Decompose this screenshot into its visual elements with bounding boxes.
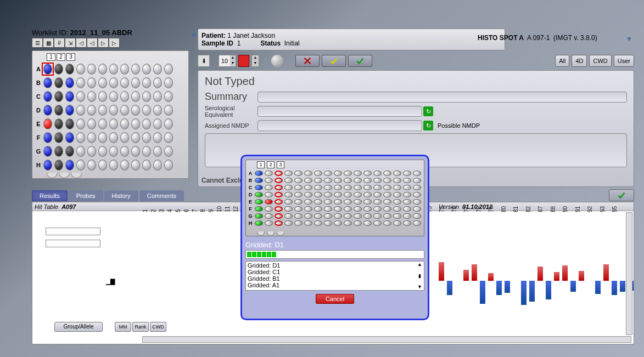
nmdp-field[interactable]	[257, 120, 422, 131]
nav-table-icon[interactable]: ▦	[43, 38, 54, 48]
well-E9[interactable]	[130, 118, 141, 130]
well-C5[interactable]	[86, 90, 97, 103]
well-F5[interactable]	[86, 132, 97, 144]
mini-well-D4[interactable]	[283, 191, 293, 198]
well-B10[interactable]	[141, 77, 152, 89]
mini-well-G13[interactable]	[372, 213, 382, 219]
well-H9[interactable]	[130, 159, 141, 171]
mini-well-F16[interactable]	[402, 206, 412, 212]
mini-well-D5[interactable]	[293, 191, 303, 198]
well-B9[interactable]	[130, 77, 141, 89]
well-A6[interactable]	[97, 63, 108, 75]
well-H5[interactable]	[86, 159, 97, 171]
well-H10[interactable]	[141, 159, 152, 171]
mm-button[interactable]: MM	[115, 322, 131, 332]
well-D10[interactable]	[141, 104, 152, 116]
mini-well-B10[interactable]	[343, 177, 352, 184]
mini-well-B4[interactable]	[283, 177, 293, 184]
mini-well-B9[interactable]	[333, 177, 343, 184]
hscroll[interactable]	[142, 336, 631, 343]
mini-well-A14[interactable]	[382, 170, 392, 177]
mini-well-D14[interactable]	[382, 191, 392, 198]
confirm-button[interactable]	[609, 189, 634, 201]
mini-well-H12[interactable]	[362, 220, 372, 226]
mini-well-C11[interactable]	[352, 184, 362, 191]
mini-well-A15[interactable]	[392, 170, 402, 177]
mini-well-D15[interactable]	[392, 191, 402, 198]
well-A3[interactable]	[64, 63, 75, 75]
well-D5[interactable]	[86, 104, 97, 116]
mini-well-B2[interactable]	[264, 177, 273, 184]
export-icon[interactable]: ⬇	[198, 55, 210, 67]
mini-well-C12[interactable]	[362, 184, 372, 191]
mini-well-B5[interactable]	[293, 177, 303, 184]
mini-well-D11[interactable]	[352, 191, 362, 198]
well-F6[interactable]	[97, 132, 108, 144]
mini-well-F12[interactable]	[362, 206, 372, 212]
mini-well-G17[interactable]	[412, 213, 422, 219]
mini-well-E1[interactable]	[254, 199, 264, 205]
mini-well-D12[interactable]	[362, 191, 372, 198]
well-E10[interactable]	[141, 118, 152, 130]
well-B2[interactable]	[53, 77, 64, 89]
mini-well-E10[interactable]	[343, 199, 352, 205]
mini-well-E14[interactable]	[382, 199, 392, 205]
globe-icon[interactable]	[271, 55, 283, 67]
expand-icon[interactable]: ▼	[626, 35, 632, 43]
well-A7[interactable]	[108, 63, 119, 75]
summary-field[interactable]	[257, 92, 627, 103]
filter-cwd[interactable]: CWD	[589, 55, 611, 67]
mini-well-H15[interactable]	[392, 220, 402, 226]
mini-well-E2[interactable]	[264, 199, 273, 205]
well-G9[interactable]	[130, 145, 141, 157]
mini-well-F8[interactable]	[323, 206, 333, 212]
well-G2[interactable]	[53, 145, 64, 157]
mini-well-A17[interactable]	[412, 170, 422, 177]
well-C4[interactable]	[75, 90, 86, 103]
well-C6[interactable]	[97, 90, 108, 103]
well-A8[interactable]	[119, 63, 130, 75]
mini-well-A13[interactable]	[372, 170, 382, 177]
well-E8[interactable]	[119, 118, 130, 130]
mini-well-B1[interactable]	[254, 177, 264, 184]
mini-well-H1[interactable]	[254, 220, 264, 226]
mini-well-F15[interactable]	[392, 206, 402, 212]
mini-well-C13[interactable]	[372, 184, 382, 191]
mini-well-B7[interactable]	[313, 177, 323, 184]
sero-field[interactable]	[257, 106, 422, 117]
mini-well-H2[interactable]	[264, 220, 273, 226]
mini-well-G8[interactable]	[323, 213, 333, 219]
well-A12[interactable]	[163, 63, 174, 75]
mini-well-C17[interactable]	[412, 184, 422, 191]
well-C9[interactable]	[130, 90, 141, 103]
mini-well-G7[interactable]	[313, 213, 323, 219]
well-F9[interactable]	[130, 132, 141, 144]
mini-well-C6[interactable]	[303, 184, 313, 191]
mini-well-C8[interactable]	[323, 184, 333, 191]
well-D12[interactable]	[163, 104, 174, 116]
mini-well-F2[interactable]	[264, 206, 273, 212]
tab-results[interactable]: Results	[32, 190, 68, 201]
mini-well-C15[interactable]	[392, 184, 402, 191]
filter-input-2[interactable]	[46, 240, 100, 247]
well-D6[interactable]	[97, 104, 108, 116]
mini-well-A5[interactable]	[293, 170, 303, 177]
well-E3[interactable]	[64, 118, 75, 130]
mini-well-B12[interactable]	[362, 177, 372, 184]
mini-well-F9[interactable]	[333, 206, 343, 212]
mini-well-D1[interactable]	[254, 191, 264, 198]
well-G11[interactable]	[152, 145, 163, 157]
mini-well-A7[interactable]	[313, 170, 323, 177]
well-E6[interactable]	[97, 118, 108, 130]
mini-well-E12[interactable]	[362, 199, 372, 205]
mini-well-E4[interactable]	[283, 199, 293, 205]
count-stepper[interactable]: 10▲▼	[219, 55, 236, 67]
mini-well-E6[interactable]	[303, 199, 313, 205]
well-B11[interactable]	[152, 77, 163, 89]
well-A11[interactable]	[152, 63, 163, 75]
well-B4[interactable]	[75, 77, 86, 89]
mini-well-C7[interactable]	[313, 184, 323, 191]
well-G1[interactable]	[42, 145, 53, 157]
mini-well-H14[interactable]	[382, 220, 392, 226]
mini-well-G14[interactable]	[382, 213, 392, 219]
